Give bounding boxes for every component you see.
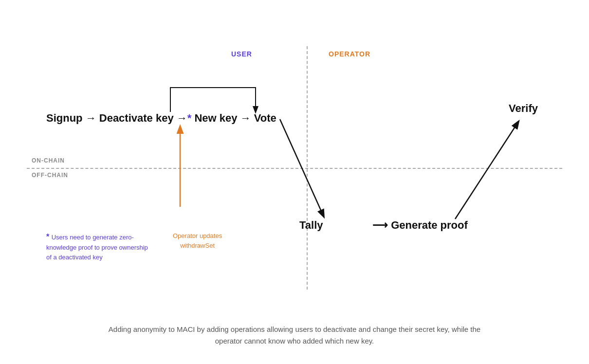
- caption: Adding anonymity to MACI by adding opera…: [105, 324, 484, 347]
- main-flow-rest: New key → Vote: [191, 112, 276, 124]
- legend-purple-text: Users need to generate zero-knowledge pr…: [46, 234, 148, 261]
- main-flow-text: Signup → Deactivate key →: [46, 112, 187, 124]
- zone-label-offchain: OFF-CHAIN: [32, 172, 68, 179]
- horizontal-divider: [27, 168, 562, 169]
- svg-line-2: [455, 122, 518, 219]
- zone-label-onchain: ON-CHAIN: [32, 157, 65, 164]
- generate-proof-label: ⟶ Generate proof: [372, 219, 468, 232]
- legend-purple: * Users need to generate zero-knowledge …: [46, 231, 153, 262]
- legend-star: *: [46, 233, 52, 241]
- main-flow: Signup → Deactivate key →* New key → Vot…: [46, 112, 276, 125]
- col-header-operator: OPERATOR: [329, 50, 370, 58]
- diagram-container: USER OPERATOR ON-CHAIN OFF-CHAIN Signup …: [27, 17, 562, 319]
- legend-orange-text: Operator updateswithdrawSet: [173, 232, 222, 249]
- legend-orange: Operator updateswithdrawSet: [173, 231, 222, 250]
- arrow-tally-to-proof: ⟶: [372, 219, 391, 231]
- col-header-user: USER: [231, 50, 252, 58]
- verify-label: Verify: [509, 102, 538, 115]
- tally-label: Tally: [299, 219, 323, 232]
